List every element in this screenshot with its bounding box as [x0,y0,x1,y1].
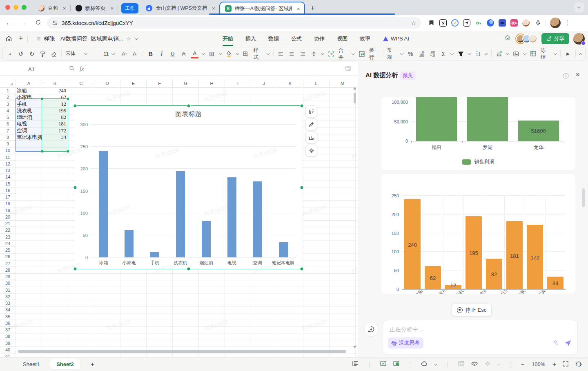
zoom-out-button[interactable]: − [521,361,524,368]
cloud-saved-icon[interactable] [504,34,512,43]
row-header-41[interactable]: 41 [0,353,16,357]
menu-tab-1[interactable]: 开始 [223,35,233,42]
column-header-B[interactable]: B [42,80,68,87]
chart-selection-handle[interactable] [187,105,190,107]
row-header-38[interactable]: 38 [0,333,16,340]
decrease-decimal-icon[interactable]: .00+.0 [429,49,436,58]
row-header-29[interactable]: 29 [0,273,16,280]
font-size-select[interactable]: 11 [103,51,117,57]
redo-icon[interactable]: ↻ [28,49,36,58]
favorite-star-icon[interactable]: ☆ [127,36,131,42]
blue-square-extension-icon[interactable] [499,19,506,27]
tab-close-icon[interactable]: × [63,5,66,11]
extensions-puzzle-icon[interactable] [534,19,541,27]
bookmark-icon[interactable] [428,19,435,27]
send-extension-icon[interactable] [463,19,470,27]
cloud-sync-icon[interactable] [421,360,428,368]
fill-color-chevron[interactable] [236,51,239,55]
filter-chevron[interactable] [468,51,471,55]
borders-chevron[interactable] [218,51,222,55]
menu-tab-4[interactable]: 公式 [291,35,302,42]
menu-tab-3[interactable]: 数据 [268,35,279,42]
blue-circle-extension-icon[interactable] [487,19,494,27]
fullscreen-icon[interactable] [562,360,569,368]
new-tab-button[interactable]: + [311,4,315,13]
tab-kdocs-home[interactable]: 金山文档 | WPS云文档 × [141,2,219,14]
freeze-panes-icon[interactable] [530,49,537,58]
new-document-icon[interactable]: + [19,34,23,43]
expand-formula-icon[interactable]: fx [345,65,351,73]
row-header-2[interactable]: 2 [0,94,16,101]
doc-map-icon[interactable] [352,360,359,368]
check-extension-icon[interactable]: ✓ [451,19,459,27]
underline-icon[interactable]: U [169,49,176,58]
menu-tab-2[interactable]: 插入 [245,35,256,42]
column-header-C[interactable]: C [68,80,94,87]
autosum-chevron[interactable] [450,51,454,55]
cloud-sync-chevron[interactable] [434,362,437,365]
cell-reference-box[interactable]: A1 [0,63,63,75]
home-icon[interactable] [5,35,12,42]
column-header-E[interactable]: E [120,80,146,87]
chart-selection-handle[interactable] [187,268,190,270]
select-all-corner[interactable] [0,80,16,87]
vertical-align-chevron[interactable] [321,51,324,55]
cell-style-chevron[interactable] [267,51,270,55]
tab-close-icon[interactable]: × [212,5,215,11]
row-header-36[interactable]: 36 [0,320,16,326]
chart-selection-handle[interactable] [74,105,77,107]
row-header-7[interactable]: 7 [0,127,16,134]
menu-tab-5[interactable]: 协作 [314,35,325,42]
protect-lock-icon[interactable] [393,360,400,368]
insert-chart-icon[interactable] [495,49,503,58]
menu-tab-7[interactable]: 效率 [360,35,370,42]
column-headers[interactable]: A⋯BCDEFGHIJKLM [0,80,355,87]
chart-selection-handle[interactable] [301,186,303,189]
increase-font-icon[interactable]: A+ [121,49,128,58]
number-format-select[interactable]: 常规 [387,47,397,61]
tab-doubao[interactable]: 豆包 × [33,2,70,14]
row-header-14[interactable]: 14 [0,174,16,180]
row-headers[interactable]: 1234567891011121314151617181920212223242… [0,87,16,357]
filter-icon[interactable] [457,49,464,58]
cell-style-label[interactable]: 样式 [253,47,263,61]
bold-icon[interactable]: B [147,49,154,58]
column-header-G[interactable]: G [172,80,198,87]
row-header-8[interactable]: 8 [0,134,16,141]
eraser-icon[interactable] [50,49,58,58]
menu-tab-wps-ai[interactable]: WPS AI [383,36,409,42]
strikethrough-icon[interactable]: A [180,49,187,58]
minimize-window-button[interactable] [13,5,18,10]
zoom-level[interactable]: 100% [531,361,546,367]
send-icon[interactable] [564,340,572,348]
close-panel-icon[interactable]: × [576,71,580,79]
zoom-in-button[interactable]: + [552,361,556,368]
tab-search-chevron[interactable] [574,2,584,12]
browser-profile-avatar[interactable] [550,18,561,28]
dictionary-extension-icon[interactable]: 改A [510,19,518,27]
row-header-10[interactable]: 10 [0,147,16,154]
collapse-left-icon[interactable]: ◂ [6,49,13,58]
vertical-scrollbar[interactable] [353,89,357,346]
row-header-37[interactable]: 37 [0,326,16,333]
support-assistant-icon[interactable] [575,360,582,368]
locate-chevron[interactable] [497,362,500,365]
tab-close-icon[interactable]: × [297,6,300,12]
tab-newtab[interactable]: 新标签页 × [71,2,118,14]
percent-icon[interactable]: % [407,49,414,58]
font-color-icon[interactable]: A [191,49,198,58]
forward-icon[interactable]: → [20,19,27,27]
font-color-chevron[interactable] [201,51,205,55]
autosum-icon[interactable]: Σ [440,49,447,58]
column-header-M[interactable]: M [329,80,355,87]
row-header-28[interactable]: 28 [0,267,16,273]
wrap-text-icon[interactable] [358,49,365,58]
row-header-40[interactable]: 40 [0,346,16,353]
decrease-font-icon[interactable]: A– [132,49,139,58]
tab-close-icon[interactable]: × [111,5,114,11]
fill-color-icon[interactable] [225,49,233,58]
font-family-select[interactable]: 宋体 [65,50,100,57]
cell-value[interactable]: 240 [42,87,68,94]
doc-title-chevron[interactable] [135,36,138,40]
row-header-21[interactable]: 21 [0,220,16,227]
